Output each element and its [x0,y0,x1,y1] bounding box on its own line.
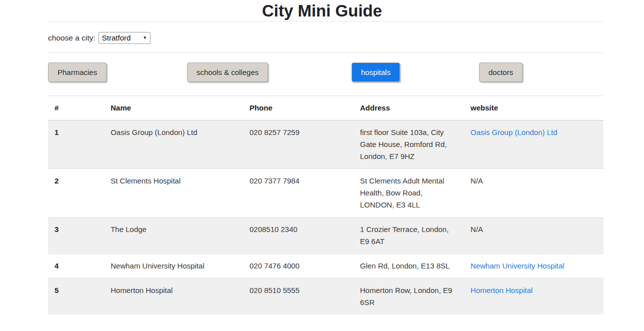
cell-website: Homerton Hospital [464,278,604,314]
category-button-pharmacies[interactable]: Pharmacies [48,62,106,82]
cell-phone: 0208510 2340 [243,217,354,254]
cell-website: Oasis Group (London) Ltd [464,120,604,168]
table-header-row: # Name Phone Address website [48,96,604,120]
website-link[interactable]: Homerton Hospital [470,286,532,294]
cell-number: 1 [48,120,104,168]
cell-name: Oasis Group (London) Ltd [104,120,243,168]
table-row: 2 St Clements Hospital 020 7377 7984 St … [48,168,604,217]
chevron-down-icon: ▼ [143,36,147,40]
city-select-value: Stratford [102,34,131,42]
website-link[interactable]: Oasis Group (London) Ltd [470,128,557,136]
cell-address: Homerton Row, London, E9 6SR [354,278,464,314]
cell-name: St Clements Hospital [104,168,243,217]
category-button-doctors[interactable]: doctors [479,62,522,82]
city-chooser-row: choose a city: Stratford ▼ [48,22,604,52]
city-select[interactable]: Stratford ▼ [98,32,150,44]
category-button-schools-colleges[interactable]: schools & colleges [187,62,268,82]
cell-address: St Clements Adult Mental Health, Bow Roa… [354,168,464,217]
website-na: N/A [470,225,483,234]
divider [48,52,604,53]
cell-address: 1 Crozier Terrace, London, E9 6AT [354,217,464,254]
cell-website: N/A [464,217,604,254]
header-website: website [464,96,604,120]
cell-phone: 020 8257 7259 [243,120,354,168]
table-row: 1 Oasis Group (London) Ltd 020 8257 7259… [48,120,604,168]
cell-name: Homerton Hospital [104,278,243,314]
cell-website: N/A [464,168,604,217]
cell-number: 4 [48,254,104,278]
category-buttons-row: Pharmaciesschools & collegeshospitalsdoc… [48,62,604,82]
cell-number: 5 [48,278,104,314]
cell-number: 2 [48,168,104,217]
header-address: Address [354,96,464,120]
cell-phone: 020 8510 5555 [243,278,354,314]
table-row: 4 Newham University Hospital 020 7476 40… [48,254,604,278]
table-row: 3 The Lodge 0208510 2340 1 Crozier Terra… [48,217,604,254]
page-title: City Mini Guide [0,0,644,21]
cell-website: Newham University Hospital [464,254,604,278]
website-na: N/A [470,176,483,185]
city-select-label: choose a city: [48,34,96,42]
table-row: 5 Homerton Hospital 020 8510 5555 Homert… [48,278,604,314]
results-table: # Name Phone Address website 1 Oasis Gro… [48,96,604,314]
cell-phone: 020 7476 4000 [243,254,354,278]
category-button-hospitals[interactable]: hospitals [352,62,400,82]
website-link[interactable]: Newham University Hospital [470,262,564,270]
cell-address: Glen Rd, London, E13 8SL [354,254,464,278]
header-name: Name [104,96,243,120]
header-number: # [48,96,104,120]
cell-address: first floor Suite 103a, City Gate House,… [354,120,464,168]
cell-number: 3 [48,217,104,254]
cell-name: Newham University Hospital [104,254,243,278]
cell-name: The Lodge [104,217,243,254]
header-phone: Phone [243,96,354,120]
cell-phone: 020 7377 7984 [243,168,354,217]
